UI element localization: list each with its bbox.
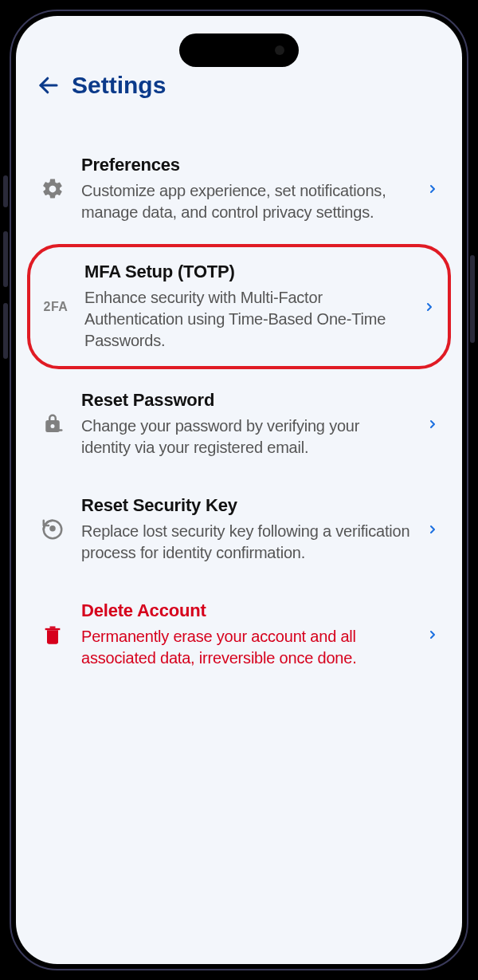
settings-list: Preferences Customize app experience, se… xyxy=(22,118,456,706)
key-reset-icon xyxy=(35,518,70,541)
settings-row-preferences[interactable]: Preferences Customize app experience, se… xyxy=(27,139,451,239)
row-description: Replace lost security key following a ve… xyxy=(81,521,411,564)
row-title: Delete Account xyxy=(81,600,411,621)
row-content: MFA Setup (TOTP) Enhance security with M… xyxy=(84,262,408,352)
arrow-left-icon xyxy=(37,73,61,97)
chevron-right-icon xyxy=(422,523,443,536)
settings-row-reset-password[interactable]: Reset Password Change your password by v… xyxy=(27,374,451,474)
dynamic-island xyxy=(179,33,299,67)
chevron-right-icon xyxy=(422,628,443,641)
row-content: Delete Account Permanently erase your ac… xyxy=(81,600,411,669)
chevron-right-icon xyxy=(419,301,440,313)
volume-button xyxy=(3,231,8,287)
twofa-label: 2FA xyxy=(44,300,69,314)
phone-bezel: Settings Preferences Customize app exper… xyxy=(10,10,468,970)
row-description: Permanently erase your account and all a… xyxy=(81,626,411,669)
row-content: Reset Security Key Replace lost security… xyxy=(81,495,411,564)
power-button xyxy=(470,255,475,343)
row-title: Reset Password xyxy=(81,390,411,411)
lock-reset-icon xyxy=(35,412,70,436)
gear-icon xyxy=(35,177,70,201)
row-description: Change your password by verifying your i… xyxy=(81,415,411,459)
settings-row-mfa[interactable]: 2FA MFA Setup (TOTP) Enhance security wi… xyxy=(27,244,451,369)
trash-icon xyxy=(35,624,70,646)
row-content: Reset Password Change your password by v… xyxy=(81,390,411,459)
chevron-right-icon xyxy=(422,418,443,431)
row-title: MFA Setup (TOTP) xyxy=(84,262,408,282)
chevron-right-icon xyxy=(422,183,443,195)
row-description: Customize app experience, set notificati… xyxy=(81,180,411,223)
twofa-icon: 2FA xyxy=(38,300,73,314)
back-button[interactable] xyxy=(37,73,61,97)
screen: Settings Preferences Customize app exper… xyxy=(16,16,462,964)
phone-frame: Settings Preferences Customize app exper… xyxy=(0,0,478,980)
row-description: Enhance security with Multi-Factor Authe… xyxy=(84,287,408,352)
volume-button xyxy=(3,303,8,359)
svg-rect-1 xyxy=(55,429,63,431)
settings-row-reset-security-key[interactable]: Reset Security Key Replace lost security… xyxy=(27,479,451,580)
row-title: Reset Security Key xyxy=(81,495,411,516)
settings-row-delete-account[interactable]: Delete Account Permanently erase your ac… xyxy=(27,584,451,685)
row-title: Preferences xyxy=(81,155,411,175)
volume-button xyxy=(3,175,8,207)
page-title: Settings xyxy=(72,72,166,99)
row-content: Preferences Customize app experience, se… xyxy=(81,155,411,223)
